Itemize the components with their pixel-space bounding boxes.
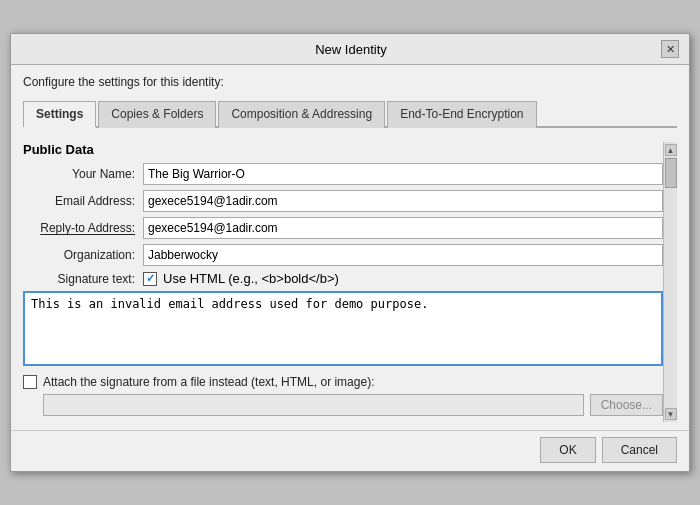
- signature-textarea[interactable]: This is an invalid email address used fo…: [23, 291, 663, 366]
- footer: OK Cancel: [11, 430, 689, 471]
- scrollbar: ▲ ▼: [663, 142, 677, 422]
- tab-copies-folders[interactable]: Copies & Folders: [98, 101, 216, 128]
- email-address-row: Email Address:: [23, 190, 663, 212]
- organization-label: Organization:: [23, 248, 143, 262]
- attach-signature-label: Attach the signature from a file instead…: [43, 375, 374, 389]
- main-content: Public Data Your Name: Email Address: Re…: [23, 142, 663, 422]
- scroll-up-button[interactable]: ▲: [665, 144, 677, 156]
- tab-end-to-end[interactable]: End-To-End Encryption: [387, 101, 536, 128]
- reply-to-label: Reply-to Address:: [23, 221, 143, 235]
- email-address-label: Email Address:: [23, 194, 143, 208]
- new-identity-dialog: New Identity ✕ Configure the settings fo…: [10, 33, 690, 472]
- file-path-input[interactable]: [43, 394, 584, 416]
- cancel-button[interactable]: Cancel: [602, 437, 677, 463]
- organization-input[interactable]: [143, 244, 663, 266]
- dialog-body: Configure the settings for this identity…: [11, 65, 689, 430]
- attach-signature-row: Attach the signature from a file instead…: [23, 375, 663, 389]
- scroll-thumb[interactable]: [665, 158, 677, 188]
- tab-bar: Settings Copies & Folders Composition & …: [23, 99, 677, 128]
- email-address-input[interactable]: [143, 190, 663, 212]
- choose-button[interactable]: Choose...: [590, 394, 663, 416]
- organization-row: Organization:: [23, 244, 663, 266]
- section-title: Public Data: [23, 142, 663, 157]
- dialog-title: New Identity: [41, 42, 661, 57]
- your-name-input[interactable]: [143, 163, 663, 185]
- use-html-checkbox[interactable]: [143, 272, 157, 286]
- tab-settings[interactable]: Settings: [23, 101, 96, 128]
- close-button[interactable]: ✕: [661, 40, 679, 58]
- attach-signature-checkbox[interactable]: [23, 375, 37, 389]
- content-area: Public Data Your Name: Email Address: Re…: [23, 142, 677, 422]
- use-html-row: Use HTML (e.g., <b>bold</b>): [143, 271, 339, 286]
- your-name-label: Your Name:: [23, 167, 143, 181]
- description-text: Configure the settings for this identity…: [23, 75, 677, 89]
- use-html-label: Use HTML (e.g., <b>bold</b>): [163, 271, 339, 286]
- your-name-row: Your Name:: [23, 163, 663, 185]
- signature-text-row: Signature text: Use HTML (e.g., <b>bold<…: [23, 271, 663, 286]
- title-bar: New Identity ✕: [11, 34, 689, 65]
- reply-to-row: Reply-to Address:: [23, 217, 663, 239]
- signature-text-label: Signature text:: [23, 272, 143, 286]
- scroll-down-button[interactable]: ▼: [665, 408, 677, 420]
- file-input-row: Choose...: [23, 394, 663, 416]
- ok-button[interactable]: OK: [540, 437, 595, 463]
- tab-composition-addressing[interactable]: Composition & Addressing: [218, 101, 385, 128]
- reply-to-input[interactable]: [143, 217, 663, 239]
